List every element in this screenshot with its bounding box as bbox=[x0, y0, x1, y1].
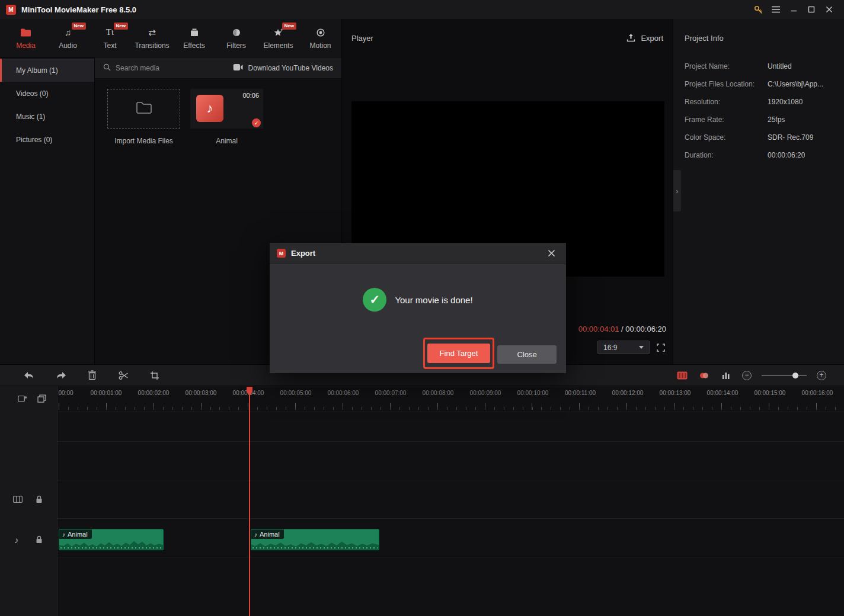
player-header: Player Export bbox=[342, 19, 673, 57]
search-input[interactable] bbox=[116, 64, 204, 72]
license-key-icon[interactable] bbox=[749, 0, 767, 19]
redo-button[interactable] bbox=[55, 370, 66, 381]
project-row-colorspace: Color Space: SDR- Rec.709 bbox=[673, 129, 844, 146]
dialog-titlebar: M Export bbox=[270, 243, 566, 264]
highlight-annotation: Find Target bbox=[423, 338, 494, 369]
add-overlay-track-icon[interactable] bbox=[37, 394, 46, 403]
find-target-button[interactable]: Find Target bbox=[427, 344, 490, 363]
collapse-panel-handle[interactable]: › bbox=[673, 170, 681, 211]
sidebar-item-pictures[interactable]: Pictures (0) bbox=[0, 128, 94, 151]
audio-track-lock-icon[interactable] bbox=[36, 535, 43, 544]
motion-icon bbox=[316, 27, 325, 38]
dialog-message-row: ✓ Your movie is done! bbox=[270, 288, 566, 312]
row-label: Resolution: bbox=[673, 98, 768, 106]
tab-audio[interactable]: New ♫ Audio bbox=[47, 19, 89, 57]
time-separator: / bbox=[619, 325, 625, 333]
project-info-rows: Project Name: Untitled Project Files Loc… bbox=[673, 57, 844, 164]
timeline: 00:00 00:00:01:00 00:00:02:00 00:00:03:0… bbox=[0, 386, 844, 616]
media-sidebar: My Album (1) Videos (0) Music (1) Pictur… bbox=[0, 59, 95, 364]
ruler-label: 00:00:10:00 bbox=[509, 390, 557, 396]
track-divider bbox=[0, 518, 844, 519]
track-filmstrip-icon[interactable] bbox=[676, 370, 688, 381]
dialog-close-button[interactable] bbox=[544, 246, 559, 261]
close-button[interactable] bbox=[820, 0, 838, 19]
video-camera-icon bbox=[233, 63, 243, 73]
music-note-icon: ♪ bbox=[62, 531, 65, 538]
clip-duration: 00:06 bbox=[242, 92, 259, 99]
import-media-tile[interactable] bbox=[107, 89, 180, 129]
row-label: Project Name: bbox=[673, 62, 768, 70]
playhead-line bbox=[249, 387, 250, 616]
clip-label-chip: ♪ Animal bbox=[251, 530, 284, 539]
undo-button[interactable] bbox=[23, 370, 35, 381]
timeline-view-tools: − + bbox=[676, 370, 844, 381]
track-divider bbox=[0, 480, 844, 480]
tab-label: Audio bbox=[59, 41, 77, 50]
tab-media[interactable]: Media bbox=[5, 19, 47, 57]
crop-button[interactable] bbox=[149, 370, 161, 381]
zoom-slider-thumb[interactable] bbox=[792, 373, 798, 378]
audio-thumbnail-icon: ♪ bbox=[196, 95, 223, 122]
dialog-close-action-button[interactable]: Close bbox=[497, 345, 557, 364]
tab-transitions[interactable]: ⇄ Transitions bbox=[131, 19, 173, 57]
menu-icon[interactable] bbox=[767, 0, 785, 19]
audio-effect-icon[interactable] bbox=[698, 370, 710, 381]
level-meter-icon[interactable] bbox=[720, 370, 732, 381]
minimize-button[interactable] bbox=[785, 0, 803, 19]
ruler-minor-ticks bbox=[59, 407, 844, 410]
sidebar-item-videos[interactable]: Videos (0) bbox=[0, 82, 94, 105]
sidebar-item-music[interactable]: Music (1) bbox=[0, 105, 94, 128]
added-check-icon[interactable]: ✓ bbox=[252, 118, 261, 127]
download-youtube-label: Download YouTube Videos bbox=[248, 64, 333, 72]
fullscreen-button[interactable] bbox=[656, 342, 666, 353]
aspect-ratio-select[interactable]: 16:9 bbox=[597, 341, 650, 354]
ruler-label: 00:00:15:00 bbox=[746, 390, 794, 396]
add-media-track-icon[interactable] bbox=[18, 394, 27, 403]
tab-label: Motion bbox=[309, 41, 331, 50]
app-window: M MiniTool MovieMaker Free 8.5.0 bbox=[0, 0, 844, 616]
audio-waveform bbox=[59, 539, 163, 550]
maximize-button[interactable] bbox=[803, 0, 820, 19]
sidebar-item-label: Music (1) bbox=[16, 113, 45, 121]
tab-label: Filters bbox=[226, 41, 246, 50]
export-button[interactable]: Export bbox=[626, 33, 663, 44]
export-button-label: Export bbox=[641, 34, 663, 43]
audio-clip-1[interactable]: ♪ Animal bbox=[59, 529, 164, 550]
project-row-framerate: Frame Rate: 25fps bbox=[673, 111, 844, 129]
ruler-label: 00:00:01:00 bbox=[82, 390, 130, 396]
sidebar-item-my-album[interactable]: My Album (1) bbox=[0, 59, 94, 82]
ruler-label: 00:00:12:00 bbox=[604, 390, 651, 396]
ruler-label: 00:00:14:00 bbox=[699, 390, 746, 396]
track-divider bbox=[0, 441, 844, 442]
window-title: MiniTool MovieMaker Free 8.5.0 bbox=[21, 5, 136, 14]
tab-filters[interactable]: Filters bbox=[215, 19, 257, 57]
zoom-out-button[interactable]: − bbox=[742, 371, 752, 380]
media-item-animal[interactable]: 00:06 ♪ ✓ bbox=[190, 89, 263, 129]
tab-motion[interactable]: Motion bbox=[299, 19, 341, 57]
row-value: 25fps bbox=[768, 116, 785, 124]
audio-clip-2[interactable]: ♪ Animal bbox=[251, 529, 379, 550]
download-youtube-button[interactable]: Download YouTube Videos bbox=[233, 63, 333, 73]
text-icon: Tt bbox=[106, 27, 114, 38]
new-badge: New bbox=[72, 23, 86, 30]
timeline-zoom-slider[interactable] bbox=[762, 371, 807, 380]
project-row-duration: Duration: 00:00:06:20 bbox=[673, 146, 844, 164]
zoom-in-button[interactable]: + bbox=[817, 371, 826, 380]
clip-name: Animal bbox=[68, 531, 88, 538]
tab-text[interactable]: New Tt Text bbox=[89, 19, 131, 57]
delete-button[interactable] bbox=[86, 370, 98, 381]
window-controls bbox=[749, 0, 838, 19]
split-scissors-button[interactable] bbox=[117, 370, 129, 381]
filters-icon bbox=[232, 27, 241, 38]
project-row-resolution: Resolution: 1920x1080 bbox=[673, 93, 844, 111]
tab-elements[interactable]: New Elements bbox=[257, 19, 299, 57]
app-logo-icon: M bbox=[6, 5, 16, 15]
audio-note-icon: ♫ bbox=[65, 27, 71, 38]
aspect-ratio-value: 16:9 bbox=[603, 344, 617, 352]
timeline-ruler[interactable]: 00:00 00:00:01:00 00:00:02:00 00:00:03:0… bbox=[0, 386, 844, 412]
video-track-lock-icon[interactable] bbox=[36, 495, 43, 503]
export-upload-icon bbox=[626, 33, 635, 44]
tab-effects[interactable]: Effects bbox=[173, 19, 215, 57]
titlebar: M MiniTool MovieMaker Free 8.5.0 bbox=[0, 0, 844, 19]
tab-label: Text bbox=[103, 41, 116, 50]
